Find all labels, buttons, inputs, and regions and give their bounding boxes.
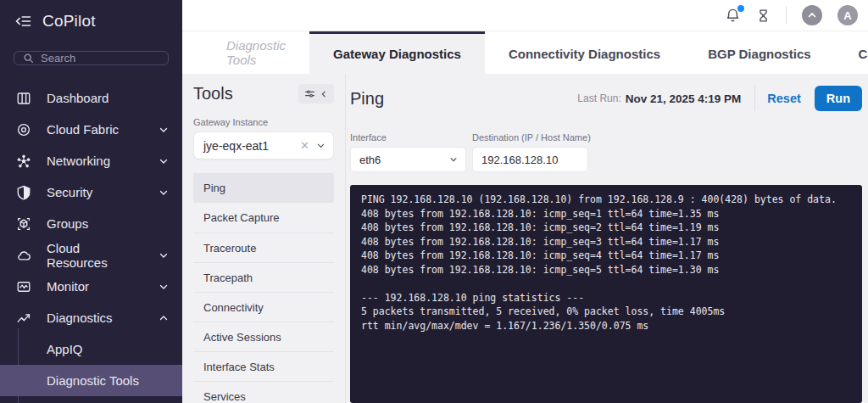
terminal-line: 408 bytes from 192.168.128.10: icmp_seq=… (361, 263, 851, 277)
terminal-line: PING 192.168.128.10 (192.168.128.10) fro… (361, 193, 851, 207)
diagnostics-tab-bar: Diagnostic Tools Gateway Diagnostics Con… (182, 31, 868, 74)
content-area: Tools Gateway Instance jye-eqx-eat1 ✕ (182, 74, 868, 403)
destination-label: Destination (IP / Host Name) (472, 132, 591, 143)
tool-list-item[interactable]: Connectivity (193, 292, 334, 322)
sidebar-item-label: Networking (47, 154, 142, 168)
topbar-divider (786, 7, 787, 24)
sidebar-item-label: Cloud Fabric (47, 122, 142, 137)
tool-list-item[interactable]: Interface Stats (193, 351, 334, 381)
sidebar-subitem-label: AppIQ (47, 342, 83, 356)
chevron-down-icon (316, 141, 326, 150)
header-divider (754, 86, 755, 111)
terminal-line: rtt min/avg/max/mdev = 1.167/1.236/1.350… (361, 319, 851, 333)
sidebar-item-label: Dashboard (47, 91, 169, 105)
ping-title: Ping (350, 89, 577, 109)
sliders-icon (304, 88, 315, 99)
destination-input[interactable] (472, 147, 588, 172)
sidebar: CoPilot Dashboard Cloud Fabric (0, 0, 182, 403)
tab-bgp-diagnostics[interactable]: BGP Diagnostics (684, 31, 834, 74)
interface-select[interactable]: eth6 (350, 147, 466, 172)
sidebar-search[interactable] (14, 51, 169, 65)
scroll-top-button[interactable] (802, 5, 822, 25)
diagnostics-submenu: AppIQ Diagnostic Tools (0, 333, 182, 403)
chevron-down-icon (157, 282, 169, 292)
chevron-down-icon (157, 156, 169, 166)
tool-list-item[interactable]: Services (193, 381, 334, 403)
chevron-down-icon (157, 250, 169, 260)
clear-selection-icon[interactable]: ✕ (297, 139, 316, 152)
notifications-bell-icon[interactable] (725, 8, 741, 24)
tool-item-label: Connectivity (203, 301, 264, 314)
tools-list: Ping Packet Capture Traceroute Tracepath (193, 173, 334, 403)
ping-header: Ping Last Run: Nov 21, 2025 4:19 PM Rese… (350, 82, 862, 115)
terminal-line: 408 bytes from 192.168.128.10: icmp_seq=… (361, 235, 851, 249)
tools-collapse-button[interactable] (298, 84, 334, 104)
terminal-line: 408 bytes from 192.168.128.10: icmp_seq=… (361, 249, 851, 263)
search-input[interactable] (41, 52, 159, 64)
tab-gateway-diagnostics[interactable]: Gateway Diagnostics (309, 31, 485, 74)
sidebar-item-diagnostic-tools[interactable]: Diagnostic Tools (0, 365, 182, 396)
sidebar-subitem-label: Diagnostic Tools (47, 373, 139, 388)
notification-dot (737, 5, 744, 12)
tool-item-label: Tracepath (203, 271, 253, 284)
sidebar-item-label: Diagnostics (47, 311, 142, 325)
chevron-down-icon (157, 188, 169, 198)
ping-output-terminal[interactable]: PING 192.168.128.10 (192.168.128.10) fro… (350, 185, 862, 403)
terminal-line (361, 277, 851, 291)
reset-button[interactable]: Reset (767, 92, 801, 105)
groups-icon (15, 216, 32, 232)
tool-list-item[interactable]: Ping (193, 173, 334, 203)
page-title: Diagnostic Tools (182, 31, 309, 74)
search-icon (23, 53, 34, 64)
chevron-left-icon (320, 90, 328, 98)
tool-list-item[interactable]: Packet Capture (193, 203, 334, 232)
gateway-instance-value: jye-eqx-eat1 (203, 139, 297, 153)
tab-connectivity-diagnostics[interactable]: Connectivity Diagnostics (485, 31, 684, 74)
networking-icon (15, 154, 32, 169)
app-window: CoPilot Dashboard Cloud Fabric (0, 0, 868, 403)
sidebar-item-security[interactable]: Security (0, 176, 182, 208)
tool-item-label: Active Sessions (203, 331, 281, 344)
sidebar-item-dashboard[interactable]: Dashboard (0, 82, 182, 114)
sidebar-header: CoPilot (0, 0, 182, 39)
sidebar-item-monitor[interactable]: Monitor (0, 271, 182, 302)
last-run-label: Last Run: (577, 92, 620, 104)
tool-list-item[interactable]: Tracepath (193, 262, 334, 292)
sidebar-item-networking[interactable]: Networking (0, 145, 182, 176)
sidebar-item-cloud-fabric[interactable]: Cloud Fabric (0, 114, 182, 145)
dashboard-icon (15, 91, 32, 106)
tab-controller-diagnostics[interactable]: Controller Diagnostics (835, 31, 868, 74)
sidebar-item-label: Cloud Resources (47, 241, 142, 270)
app-title: CoPilot (42, 12, 96, 31)
sidebar-item-cloud-resources[interactable]: Cloud Resources (0, 239, 182, 271)
terminal-line: --- 192.168.128.10 ping statistics --- (361, 291, 851, 305)
chevron-down-icon (449, 155, 458, 164)
tool-item-label: Services (203, 390, 246, 403)
tool-list-item[interactable]: Active Sessions (193, 322, 334, 351)
sidebar-collapse-icon[interactable] (15, 13, 32, 30)
ping-panel: Ping Last Run: Nov 21, 2025 4:19 PM Rese… (346, 74, 868, 403)
sidebar-item-groups[interactable]: Groups (0, 208, 182, 239)
user-avatar[interactable]: A (837, 5, 858, 25)
cloud-resources-icon (15, 248, 32, 263)
last-run-value: Nov 21, 2025 4:19 PM (626, 92, 742, 105)
tool-item-label: Traceroute (203, 242, 256, 255)
sidebar-item-appiq[interactable]: AppIQ (0, 333, 182, 365)
terminal-line: 5 packets transmitted, 5 received, 0% pa… (361, 305, 851, 319)
security-icon (15, 185, 32, 200)
monitor-icon (15, 279, 32, 294)
sidebar-item-label: Groups (47, 216, 169, 231)
sidebar-item-diagnostics[interactable]: Diagnostics (0, 302, 182, 333)
main-area: A Diagnostic Tools Gateway Diagnostics C… (182, 0, 868, 403)
run-button[interactable]: Run (815, 86, 862, 111)
terminal-line: 408 bytes from 192.168.128.10: icmp_seq=… (361, 221, 851, 235)
ping-form: Interface eth6 Destination (IP / Host Na… (350, 132, 862, 172)
tools-panel-title: Tools (193, 84, 233, 104)
tasks-hourglass-icon[interactable] (756, 8, 771, 23)
cloud-fabric-icon (15, 122, 32, 137)
tool-list-item[interactable]: Traceroute (193, 232, 334, 262)
sidebar-item-label: Security (47, 185, 142, 199)
chevron-down-icon (157, 125, 169, 135)
tool-item-label: Packet Capture (203, 211, 280, 224)
gateway-instance-select[interactable]: jye-eqx-eat1 ✕ (193, 132, 334, 160)
